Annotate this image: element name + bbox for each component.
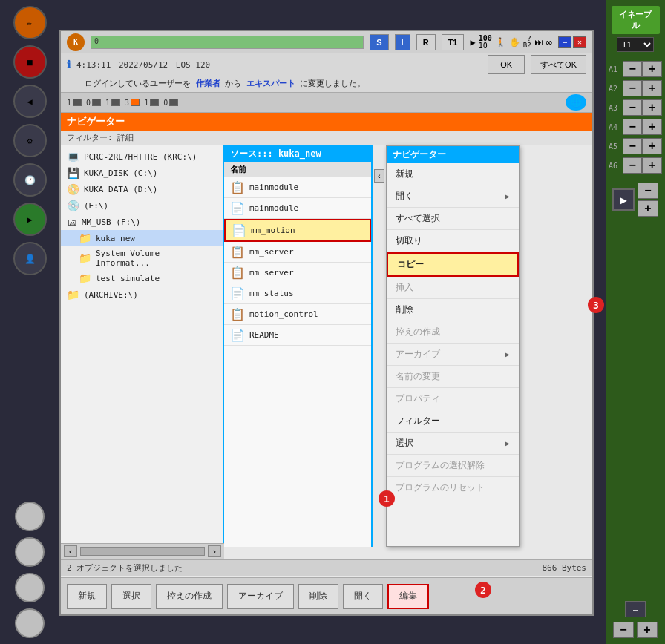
context-item-open[interactable]: 開く ▶ bbox=[387, 185, 519, 208]
title-bar: K 0 S I R T1 ▶ 100 10 🚶 ✋ T? B? ⏭ ∞ — ✕ bbox=[61, 31, 592, 53]
user-button[interactable]: 👤 bbox=[13, 242, 47, 275]
drive-icon-c: 💾 bbox=[67, 167, 79, 179]
ok-button[interactable]: OK bbox=[488, 55, 525, 74]
source-item-motion-control[interactable]: 📋 motion_control bbox=[224, 304, 371, 325]
tree-item-archive[interactable]: 📁 (ARCHIVE:\) bbox=[61, 286, 223, 303]
play-icon: ▶ bbox=[470, 37, 475, 47]
s-button[interactable]: S bbox=[370, 34, 388, 50]
context-item-archive[interactable]: アーカイブ ▶ bbox=[387, 344, 519, 366]
settings-button[interactable]: ⚙ bbox=[13, 124, 47, 157]
a1-plus-button[interactable]: + bbox=[642, 61, 662, 77]
tree-item-test-simulate[interactable]: 📁 test_simulate bbox=[61, 270, 223, 286]
a5-minus-button[interactable]: − bbox=[623, 138, 643, 154]
context-label-rename: 名前の変更 bbox=[396, 370, 440, 383]
a5-plus-button[interactable]: + bbox=[642, 138, 662, 154]
context-item-select[interactable]: 選択 ▶ bbox=[387, 433, 519, 455]
source-item-readme[interactable]: 📄 README bbox=[224, 325, 371, 346]
context-item-copy[interactable]: コピー bbox=[387, 252, 519, 277]
close-button[interactable]: ✕ bbox=[573, 36, 586, 48]
context-item-rename[interactable]: 名前の変更 bbox=[387, 366, 519, 388]
final-minus-button[interactable]: − bbox=[613, 622, 634, 638]
context-item-delete[interactable]: 削除 bbox=[387, 299, 519, 321]
a4-minus-button[interactable]: − bbox=[623, 119, 643, 135]
source-item-mm-status[interactable]: 📄 mm_status bbox=[224, 283, 371, 304]
open-button[interactable]: 開く bbox=[343, 584, 383, 609]
final-plus-button[interactable]: + bbox=[637, 622, 658, 638]
run-button[interactable]: ▶ bbox=[13, 203, 47, 236]
file-icon-readme: 📄 bbox=[230, 328, 245, 342]
select-button[interactable]: 選択 bbox=[111, 584, 151, 609]
a2-plus-button[interactable]: + bbox=[642, 80, 662, 96]
a2-minus-button[interactable]: − bbox=[623, 80, 643, 96]
i-button[interactable]: I bbox=[395, 34, 410, 50]
t1-button[interactable]: T1 bbox=[442, 34, 465, 50]
context-item-reset-program[interactable]: プログラムのリセット bbox=[387, 477, 519, 499]
selected-text: 2 オブジェクトを選択しました bbox=[67, 562, 183, 574]
backup-button[interactable]: 控えの作成 bbox=[156, 584, 223, 609]
back-button[interactable]: ◀ bbox=[13, 85, 47, 118]
scroll-left-btn[interactable]: ‹ bbox=[64, 545, 77, 547]
minimize-button[interactable]: — bbox=[558, 36, 571, 48]
bottom-extra-btn[interactable]: — bbox=[625, 601, 646, 617]
context-item-backup[interactable]: 控えの作成 bbox=[387, 321, 519, 344]
pen-button[interactable]: ✏ bbox=[13, 6, 47, 39]
infinity-icon: ∞ bbox=[546, 36, 552, 48]
info-icon: ℹ bbox=[67, 59, 71, 70]
context-item-new[interactable]: 新規 bbox=[387, 163, 519, 185]
context-label-copy: コピー bbox=[397, 258, 424, 271]
tree-item-kuka-new[interactable]: 📁 kuka_new bbox=[61, 230, 223, 246]
file-icon-mm-server-1: 📋 bbox=[230, 245, 245, 259]
scroll-right-btn[interactable]: › bbox=[208, 545, 221, 547]
a3-plus-button[interactable]: + bbox=[642, 99, 662, 116]
delete-button[interactable]: 削除 bbox=[298, 584, 338, 609]
tree-item-mm-usb[interactable]: 🖭 MM_USB (F:\) bbox=[61, 214, 223, 230]
status-message: ログインしているユーザーを 作業者 から エキスパート に変更しました。 bbox=[85, 79, 366, 88]
indicator-5: 1 bbox=[144, 99, 159, 107]
context-item-properties[interactable]: プロパティ bbox=[387, 388, 519, 410]
status-time: 4:13:11 2022/05/12 LOS 120 bbox=[76, 60, 482, 70]
network-icon[interactable]: 🌐 bbox=[566, 94, 586, 111]
context-label-archive: アーカイブ bbox=[396, 348, 440, 361]
play-button[interactable]: ▶ bbox=[612, 188, 635, 211]
enable-button[interactable]: イネーブル bbox=[612, 6, 660, 34]
context-label-select-all: すべて選択 bbox=[396, 212, 440, 225]
archive-button[interactable]: アーカイブ bbox=[227, 584, 294, 609]
a6-minus-button[interactable]: − bbox=[623, 157, 643, 174]
a6-plus-button[interactable]: + bbox=[642, 157, 662, 174]
ok-all-button[interactable]: すべてOK bbox=[531, 55, 586, 74]
source-item-mm-server-2[interactable]: 📋 mm_server bbox=[224, 263, 371, 283]
circle-btn-3[interactable] bbox=[15, 573, 45, 602]
context-item-cut[interactable]: 切取り bbox=[387, 230, 519, 252]
r-button[interactable]: R bbox=[416, 34, 436, 50]
source-item-mainmodule-1[interactable]: 📋 mainmodule bbox=[224, 177, 371, 198]
tree-label-kuka-new: kuka_new bbox=[96, 234, 135, 243]
circle-btn-4[interactable] bbox=[15, 608, 45, 638]
a4-plus-button[interactable]: + bbox=[642, 119, 662, 135]
context-item-select-all[interactable]: すべて選択 bbox=[387, 208, 519, 230]
source-item-mainmodule-2[interactable]: 📄 mainmodule bbox=[224, 198, 371, 219]
scroll-indicator-left[interactable]: ‹ bbox=[374, 169, 384, 183]
t1-dropdown[interactable]: T1 bbox=[617, 37, 654, 52]
source-item-mm-motion[interactable]: 📄 mm_motion bbox=[224, 219, 371, 242]
a1-minus-button[interactable]: − bbox=[623, 61, 643, 77]
extra-plus-button[interactable]: + bbox=[638, 200, 658, 217]
context-item-paste[interactable]: 挿入 bbox=[387, 277, 519, 299]
stop-button[interactable]: ■ bbox=[13, 45, 47, 79]
file-tree-pane: 💻 PCRC-2RL7HHTTRE (KRC:\) 💾 KUKA_DISK (C… bbox=[61, 145, 224, 547]
new-button[interactable]: 新規 bbox=[67, 584, 107, 609]
tree-item-disk-c[interactable]: 💾 KUKA_DISK (C:\) bbox=[61, 165, 223, 181]
tree-item-e[interactable]: 💿 (E:\) bbox=[61, 197, 223, 214]
context-item-filter[interactable]: フィルター bbox=[387, 410, 519, 433]
circle-btn-2[interactable] bbox=[15, 537, 45, 567]
a3-minus-button[interactable]: − bbox=[623, 99, 643, 116]
speed-controls: ▶ 100 10 🚶 ✋ T? B? ⏭ ∞ bbox=[470, 35, 552, 50]
tree-item-pcrc[interactable]: 💻 PCRC-2RL7HHTTRE (KRC:\) bbox=[61, 148, 223, 165]
tree-item-sysvolinfo[interactable]: 📁 System Volume Informat... bbox=[61, 246, 223, 270]
clock-button[interactable]: 🕐 bbox=[13, 163, 47, 197]
tree-item-data-d[interactable]: 📀 KUKA_DATA (D:\) bbox=[61, 181, 223, 197]
circle-btn-1[interactable] bbox=[15, 502, 45, 531]
edit-button[interactable]: 編集 bbox=[387, 584, 429, 609]
source-item-mm-server-1[interactable]: 📋 mm_server bbox=[224, 242, 371, 263]
extra-minus-button[interactable]: − bbox=[638, 183, 658, 199]
context-item-deselect-program[interactable]: プログラムの選択解除 bbox=[387, 455, 519, 477]
